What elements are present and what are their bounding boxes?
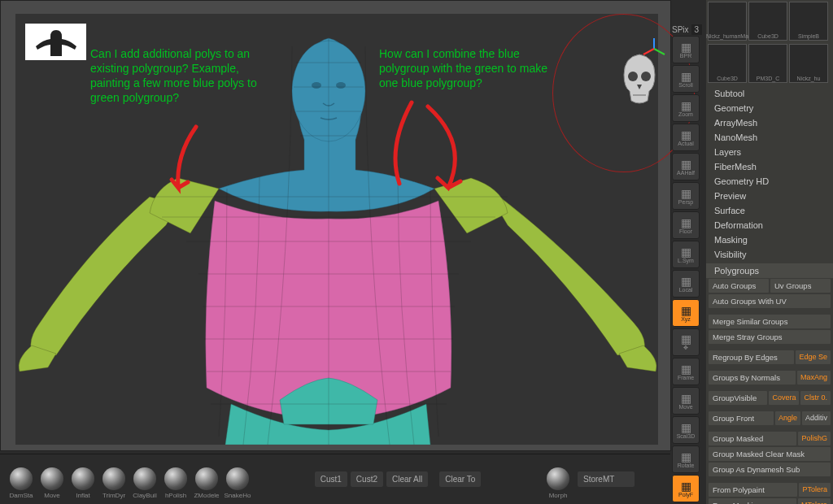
vtool-scroll[interactable]: ▦Scroll	[672, 65, 700, 93]
spix-control[interactable]: SPix3	[672, 24, 702, 35]
brush-hpolish[interactable]: hPolish	[161, 460, 190, 499]
svg-point-1	[312, 82, 321, 89]
section-deformation[interactable]: Deformation	[706, 218, 833, 232]
vtool-aahalf[interactable]: ▦AAHalf	[672, 153, 700, 180]
edge-slider[interactable]: Edge Se	[796, 350, 831, 364]
section-layers[interactable]: Layers	[706, 145, 833, 159]
auto-groups-button[interactable]: Auto Groups	[709, 279, 769, 293]
group-dynamesh-button[interactable]: Group As Dynamesh Sub	[709, 463, 831, 476]
vtool-zoom[interactable]: ▦Zoom	[672, 94, 700, 122]
vtool-bpr[interactable]: ▦BPR	[672, 36, 700, 63]
tool-thumb[interactable]: Nickz_hu	[789, 44, 828, 83]
from-polypaint-button[interactable]: From Polypaint	[709, 483, 797, 497]
brush-snakeho[interactable]: SnakeHo	[223, 460, 252, 499]
section-fibermesh[interactable]: FiberMesh	[706, 159, 833, 174]
section-nanomesh[interactable]: NanoMesh	[706, 130, 833, 145]
tool-panel: Nickz_humanMaCube3DSimpleB Cube3DPM3D_CN…	[706, 0, 833, 504]
section-visibility[interactable]: Visibility	[706, 247, 833, 262]
tool-thumb[interactable]: Nickz_humanMa	[708, 2, 747, 41]
regroup-edges-button[interactable]: Regroup By Edges	[709, 350, 794, 364]
section-surface[interactable]: Surface	[706, 203, 833, 218]
section-preview[interactable]: Preview	[706, 189, 833, 203]
vtool-xyz[interactable]: ▦Xyz	[672, 299, 700, 327]
brush-trimdyr[interactable]: TrimDyr	[99, 460, 129, 499]
section-geometry[interactable]: Geometry	[706, 101, 833, 115]
vtool-lsym[interactable]: ▦L.Sym	[672, 241, 700, 268]
vtool-scale3d[interactable]: ▦Scal3D	[672, 416, 700, 444]
tool-thumbnails-row: Cube3DPM3D_CNickz_hu	[706, 42, 833, 85]
panel-sections-top: SubtoolGeometryArrayMeshNanoMeshLayersFi…	[706, 85, 833, 263]
tool-thumb[interactable]: Cube3D	[708, 44, 747, 83]
groups-normals-button[interactable]: Groups By Normals	[709, 371, 796, 385]
vtool-persp[interactable]: ▦Persp	[672, 182, 700, 210]
clearto-button[interactable]: Clear To	[439, 471, 481, 487]
tool-thumbnail[interactable]	[25, 24, 86, 60]
group-front-button[interactable]: Group Front	[709, 411, 774, 425]
group-masked-clear-button[interactable]: Group Masked Clear Mask	[709, 447, 831, 461]
section-arraymesh[interactable]: ArrayMesh	[706, 115, 833, 130]
vtool-actual[interactable]: ▦Actual	[672, 124, 700, 151]
auto-groups-uv-button[interactable]: Auto Groups With UV	[709, 294, 831, 308]
vtool-frame[interactable]: ▦Frame	[672, 358, 700, 385]
merge-similar-button[interactable]: Merge Similar Groups	[709, 315, 831, 328]
uv-groups-button[interactable]: Uv Groups	[770, 279, 831, 293]
brush-damsta[interactable]: DamSta	[7, 460, 36, 499]
merge-stray-button[interactable]: Merge Stray Groups	[709, 330, 831, 344]
bottom-bar: DamStaMoveInflatTrimDyrClayBuilhPolishZM…	[0, 454, 670, 504]
svg-point-2	[336, 82, 346, 89]
orientation-skull[interactable]	[617, 50, 662, 107]
vtool-local[interactable]: ▦Local	[672, 270, 700, 298]
section-geometry-hd[interactable]: Geometry HD	[706, 174, 833, 189]
svg-point-7	[641, 72, 651, 81]
app-canvas: Can I add additional polys to an existin…	[0, 0, 671, 451]
brush-tray: DamStaMoveInflatTrimDyrClayBuilhPolishZM…	[7, 460, 252, 499]
vtool-polyf[interactable]: ▦PolyF	[672, 475, 700, 502]
vtool-rotate[interactable]: ▦Rotate	[672, 445, 700, 473]
tool-thumb[interactable]: PM3D_C	[748, 44, 787, 83]
brush-zmodele[interactable]: ZModele	[192, 460, 221, 499]
tool-thumbnails-row: Nickz_humanMaCube3DSimpleB	[706, 0, 833, 42]
cust2-button[interactable]: Cust2	[351, 471, 383, 487]
right-vertical-toolbar: ▦BPR▦Scroll▦Zoom▦Actual▦AAHalf▦Persp▦Flo…	[672, 36, 703, 504]
section-subtool[interactable]: Subtool	[706, 86, 833, 101]
from-masking-button[interactable]: From Masking	[709, 498, 796, 504]
clearall-button[interactable]: Clear All	[386, 471, 428, 487]
morph-button[interactable]: Morph	[543, 460, 573, 499]
group-visible-button[interactable]: GroupVisible	[709, 391, 767, 405]
annotation-right: How can I combine the blue polygroup wit…	[379, 46, 566, 90]
annotation-arrow-left	[164, 123, 229, 204]
vtool-floor[interactable]: ▦Floor	[672, 211, 700, 239]
maxangle-slider[interactable]: MaxAng	[797, 371, 831, 385]
vtool-zoom3d[interactable]: ▦✥	[672, 328, 700, 356]
storemt-button[interactable]: StoreMT	[578, 471, 635, 487]
section-masking[interactable]: Masking	[706, 232, 833, 247]
svg-point-6	[628, 72, 638, 81]
cust1-button[interactable]: Cust1	[315, 471, 347, 487]
brush-inflat[interactable]: Inflat	[68, 460, 98, 499]
brush-claybuil[interactable]: ClayBuil	[130, 460, 159, 499]
annotation-arrow-right	[379, 98, 485, 212]
brush-move[interactable]: Move	[37, 460, 67, 499]
annotation-left: Can I add additional polys to an existin…	[90, 46, 261, 105]
vtool-move[interactable]: ▦Move	[672, 387, 700, 415]
tool-thumb[interactable]: Cube3D	[748, 2, 787, 41]
tool-thumb[interactable]: SimpleB	[789, 2, 828, 41]
group-masked-button[interactable]: Group Masked	[709, 432, 796, 445]
section-polygroups[interactable]: Polygroups	[706, 263, 833, 278]
